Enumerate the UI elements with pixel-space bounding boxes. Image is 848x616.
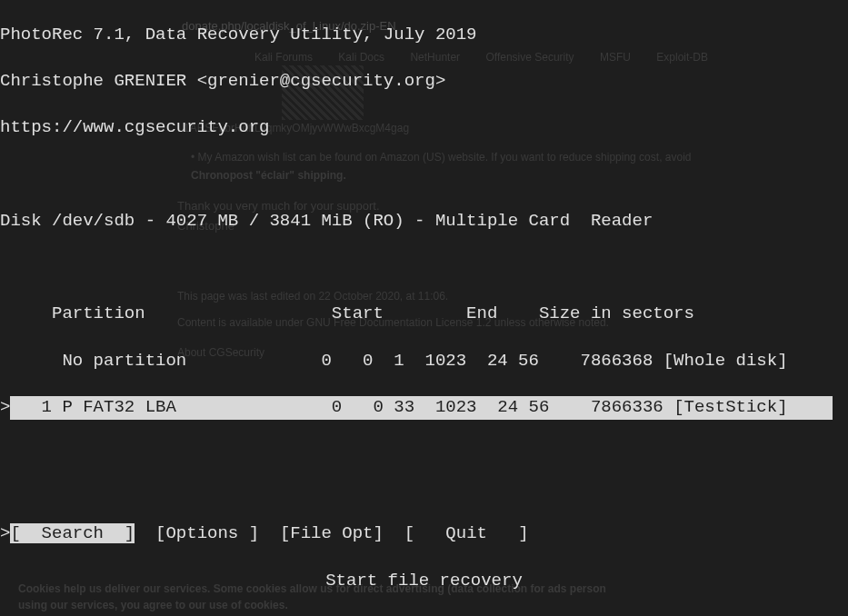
partition-table-header: Partition Start End Size in sectors (0, 303, 848, 326)
terminal-screen: PhotoRec 7.1, Data Recovery Utility, Jul… (0, 0, 848, 442)
menu-quit-button[interactable]: [ Quit ] (404, 523, 529, 543)
blank-line (0, 163, 848, 186)
bottom-menu-area: >[ Search ] [Options ] [File Opt] [ Quit… (0, 500, 848, 616)
partition-row-whole-disk[interactable]: No partition 0 0 1 1023 24 56 7866368 [W… (0, 350, 848, 373)
app-title: PhotoRec 7.1, Data Recovery Utility, Jul… (0, 24, 848, 47)
menu-row: >[ Search ] [Options ] [File Opt] [ Quit… (0, 522, 848, 546)
app-author: Christophe GRENIER <grenier@cgsecurity.o… (0, 70, 848, 94)
menu-hint: Start file recovery (0, 570, 848, 593)
partition-row-teststick[interactable]: 1 P FAT32 LBA 0 0 33 1023 24 56 7866336 … (10, 396, 833, 420)
menu-fileopt-button[interactable]: [File Opt] (280, 523, 384, 543)
menu-cursor: > (0, 523, 10, 543)
menu-search-button[interactable]: [ Search ] (10, 523, 135, 543)
cursor-indicator: > (0, 397, 10, 417)
disk-info: Disk /dev/sdb - 4027 MB / 3841 MiB (RO) … (0, 210, 848, 233)
menu-options-button[interactable]: [Options ] (155, 523, 259, 543)
app-url: https://www.cgsecurity.org (0, 116, 848, 140)
partition-row-selected-wrap[interactable]: > 1 P FAT32 LBA 0 0 33 1023 24 56 786633… (0, 396, 848, 420)
blank-line (0, 256, 848, 280)
